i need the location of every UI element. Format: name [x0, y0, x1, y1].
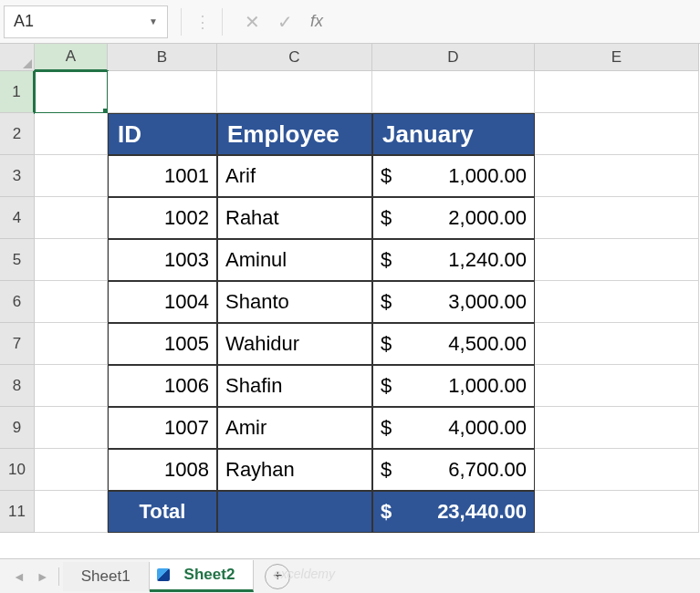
- cell-employee[interactable]: Amir: [217, 407, 372, 449]
- cell-id[interactable]: 1008: [108, 449, 217, 491]
- cell-amount[interactable]: $1,240.00: [372, 239, 535, 281]
- currency-symbol: $: [381, 206, 392, 230]
- sheet-tab-2[interactable]: Sheet2: [150, 560, 255, 592]
- amount-value: 3,000.00: [448, 290, 527, 314]
- cell[interactable]: [35, 239, 108, 281]
- formula-input[interactable]: [323, 5, 696, 38]
- col-header-c[interactable]: C: [217, 44, 372, 71]
- cell[interactable]: [35, 281, 108, 323]
- header-id[interactable]: ID: [108, 113, 217, 155]
- cell[interactable]: [35, 155, 108, 197]
- cell[interactable]: [35, 449, 108, 491]
- row-header-11[interactable]: 11: [0, 491, 35, 533]
- cell-amount[interactable]: $4,500.00: [372, 323, 535, 365]
- currency-symbol: $: [381, 332, 392, 356]
- cell[interactable]: [35, 197, 108, 239]
- row-header-8[interactable]: 8: [0, 365, 35, 407]
- divider: [58, 567, 59, 586]
- name-box-value: A1: [14, 12, 34, 31]
- cell-id[interactable]: 1004: [108, 281, 217, 323]
- cell-employee[interactable]: Rayhan: [217, 449, 372, 491]
- row-header-5[interactable]: 5: [0, 239, 35, 281]
- name-box[interactable]: A1 ▼: [4, 5, 168, 38]
- row-header-10[interactable]: 10: [0, 449, 35, 491]
- cell-a1[interactable]: [35, 71, 108, 113]
- cell-id[interactable]: 1003: [108, 239, 217, 281]
- cell-b1[interactable]: [108, 71, 217, 113]
- amount-value: 4,000.00: [448, 416, 527, 440]
- amount-value: 4,500.00: [448, 332, 527, 356]
- cell[interactable]: [535, 323, 699, 365]
- select-all-corner[interactable]: [0, 44, 35, 71]
- next-sheet-icon[interactable]: ►: [31, 569, 55, 584]
- cell[interactable]: [535, 449, 699, 491]
- cell-employee[interactable]: Aminul: [217, 239, 372, 281]
- cell[interactable]: [35, 323, 108, 365]
- total-label: Total: [140, 500, 186, 524]
- cell-employee[interactable]: Arif: [217, 155, 372, 197]
- cell-id[interactable]: 1007: [108, 407, 217, 449]
- cell-employee[interactable]: Shafin: [217, 365, 372, 407]
- cell[interactable]: [535, 491, 699, 533]
- header-january[interactable]: January: [372, 113, 535, 155]
- fx-label[interactable]: fx: [310, 12, 323, 31]
- currency-symbol: $: [381, 290, 392, 314]
- row-header-3[interactable]: 3: [0, 155, 35, 197]
- cell-amount[interactable]: $4,000.00: [372, 407, 535, 449]
- cell-e2[interactable]: [535, 113, 699, 155]
- cell[interactable]: [35, 365, 108, 407]
- row-header-2[interactable]: 2: [0, 113, 35, 155]
- header-employee[interactable]: Employee: [217, 113, 372, 155]
- currency-symbol: $: [381, 458, 392, 482]
- row-header-1[interactable]: 1: [0, 71, 35, 113]
- amount-value: 1,000.00: [448, 374, 527, 398]
- col-header-d[interactable]: D: [372, 44, 535, 71]
- currency-symbol: $: [381, 248, 392, 272]
- cell-id[interactable]: 1005: [108, 323, 217, 365]
- cell-id[interactable]: 1006: [108, 365, 217, 407]
- cell-id[interactable]: 1002: [108, 197, 217, 239]
- total-spacer[interactable]: [217, 491, 372, 533]
- add-sheet-button[interactable]: +: [265, 564, 290, 589]
- cell-e1[interactable]: [535, 71, 699, 113]
- total-amount: 23,440.00: [437, 500, 527, 524]
- cell-amount[interactable]: $1,000.00: [372, 155, 535, 197]
- col-header-a[interactable]: A: [35, 44, 108, 71]
- prev-sheet-icon[interactable]: ◄: [7, 569, 31, 584]
- cell-amount[interactable]: $3,000.00: [372, 281, 535, 323]
- cell[interactable]: [535, 197, 699, 239]
- cell-amount[interactable]: $6,700.00: [372, 449, 535, 491]
- cell[interactable]: [35, 407, 108, 449]
- cell[interactable]: [535, 281, 699, 323]
- row-header-9[interactable]: 9: [0, 407, 35, 449]
- rows: 1 2 ID Employee January 3 1001 Arif $1,0…: [0, 71, 700, 533]
- cell-amount[interactable]: $2,000.00: [372, 197, 535, 239]
- col-header-b[interactable]: B: [108, 44, 217, 71]
- sheet-tab-1[interactable]: Sheet1: [63, 562, 150, 591]
- cell-c1[interactable]: [217, 71, 372, 113]
- cell-employee[interactable]: Shanto: [217, 281, 372, 323]
- cell[interactable]: [535, 239, 699, 281]
- row-header-7[interactable]: 7: [0, 323, 35, 365]
- cell-amount[interactable]: $1,000.00: [372, 365, 535, 407]
- cell[interactable]: [535, 155, 699, 197]
- total-amount-cell[interactable]: $23,440.00: [372, 491, 535, 533]
- cell-id[interactable]: 1001: [108, 155, 217, 197]
- sheet-tab-label: Sheet1: [81, 567, 131, 585]
- row-header-6[interactable]: 6: [0, 281, 35, 323]
- col-header-e[interactable]: E: [535, 44, 699, 71]
- check-icon: ✓: [268, 5, 301, 38]
- cell-employee[interactable]: Rahat: [217, 197, 372, 239]
- cell-a2[interactable]: [35, 113, 108, 155]
- cell-d1[interactable]: [372, 71, 535, 113]
- cell[interactable]: [535, 407, 699, 449]
- amount-value: 2,000.00: [448, 206, 527, 230]
- currency-symbol: $: [381, 500, 392, 524]
- cell[interactable]: [535, 365, 699, 407]
- sheet-tab-label: Sheet2: [184, 566, 235, 583]
- cell-employee[interactable]: Wahidur: [217, 323, 372, 365]
- row-header-4[interactable]: 4: [0, 197, 35, 239]
- total-label-cell[interactable]: Total: [108, 491, 217, 533]
- cell[interactable]: [35, 491, 108, 533]
- chevron-down-icon[interactable]: ▼: [149, 16, 158, 26]
